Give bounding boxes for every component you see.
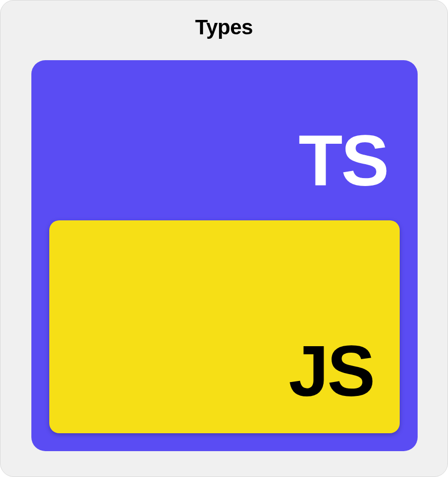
diagram-title: Types (0, 15, 448, 39)
javascript-label: JS (289, 335, 374, 407)
typescript-label: TS (299, 125, 388, 197)
diagram-frame: Types TS JS (0, 0, 448, 477)
javascript-box: JS (49, 220, 400, 433)
typescript-box: TS JS (31, 60, 418, 451)
